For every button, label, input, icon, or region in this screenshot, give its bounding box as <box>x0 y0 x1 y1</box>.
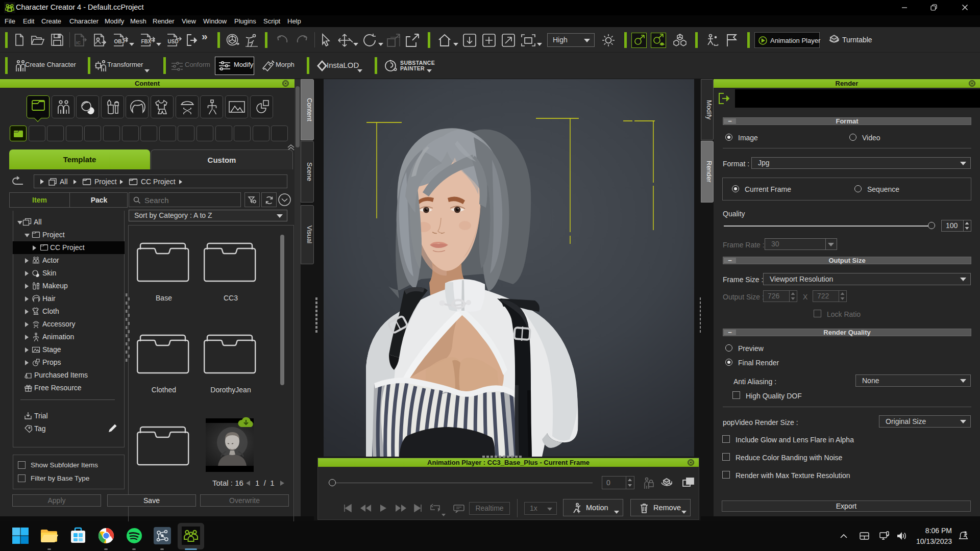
svg-text:USD: USD <box>168 39 179 44</box>
svg-text:IC: IC <box>76 40 81 45</box>
svg-text:FBX: FBX <box>141 39 152 44</box>
svg-text:OBJ: OBJ <box>114 39 125 44</box>
